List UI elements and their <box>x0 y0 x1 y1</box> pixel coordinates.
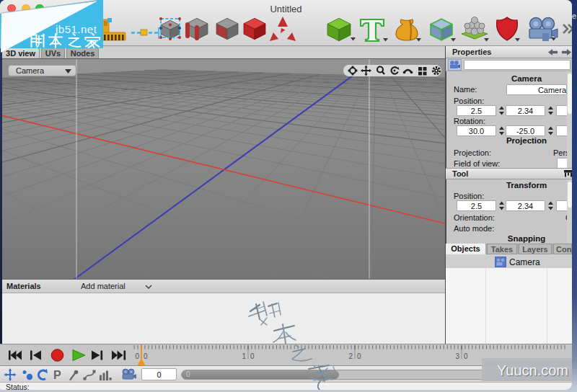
svg-text:0: 0 <box>464 352 468 360</box>
svg-text:0: 0 <box>135 352 139 360</box>
svg-text:0: 0 <box>144 352 148 360</box>
svg-text:0: 0 <box>357 352 361 360</box>
svg-text:3: 3 <box>455 352 459 360</box>
svg-text:P: P <box>53 369 61 381</box>
